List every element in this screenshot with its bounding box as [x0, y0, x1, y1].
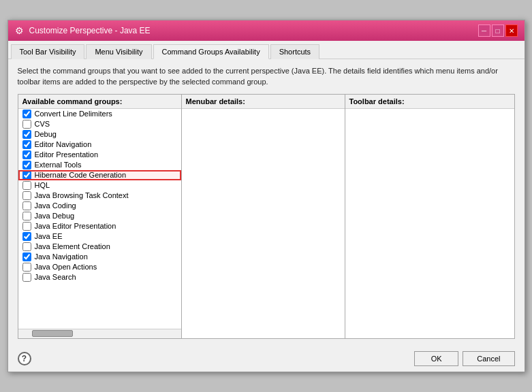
list-item[interactable]: Java Open Actions [18, 262, 181, 272]
tab-menu-visibility[interactable]: Menu Visibility [86, 44, 151, 59]
command-group-checkbox[interactable] [22, 150, 31, 159]
toolbar-details-body [345, 109, 514, 338]
command-group-label: Java Debug [35, 212, 75, 220]
right-panel-header: Toolbar details: [345, 95, 514, 109]
command-group-label: Java Navigation [35, 252, 88, 261]
tab-shortcuts[interactable]: Shortcuts [270, 44, 319, 59]
list-item[interactable]: HQL [18, 180, 181, 191]
help-button[interactable]: ? [18, 352, 31, 365]
command-group-label: Java Browsing Task Context [35, 191, 129, 199]
list-item[interactable]: Hibernate Code Generation [18, 170, 181, 180]
command-group-checkbox[interactable] [22, 201, 31, 210]
command-group-checkbox[interactable] [22, 252, 31, 261]
tab-command-groups[interactable]: Command Groups Availability [153, 44, 269, 59]
middle-panel: Menubar details: [182, 95, 345, 338]
command-group-checkbox[interactable] [22, 171, 31, 180]
command-group-label: External Tools [35, 161, 82, 169]
list-item[interactable]: Convert Line Delimiters [18, 109, 181, 119]
window-icon: ⚙ [15, 25, 24, 36]
command-group-label: HQL [35, 181, 50, 189]
maximize-button[interactable]: □ [492, 24, 504, 37]
list-item[interactable]: CVS [18, 119, 181, 129]
command-group-label: Java Coding [35, 201, 76, 210]
command-group-checkbox[interactable] [22, 181, 31, 190]
command-group-checkbox[interactable] [22, 232, 31, 241]
command-group-checkbox[interactable] [22, 222, 31, 231]
list-item[interactable]: Editor Navigation [18, 140, 181, 150]
command-group-checkbox[interactable] [22, 191, 31, 200]
command-group-checkbox[interactable] [22, 140, 31, 149]
description-text: Select the command groups that you want … [18, 66, 515, 87]
right-panel: Toolbar details: [345, 95, 514, 338]
list-item[interactable]: Java EE [18, 231, 181, 242]
list-item[interactable]: Java Browsing Task Context [18, 191, 181, 201]
list-item[interactable]: Java Element Creation [18, 242, 181, 252]
command-group-label: Java Search [35, 273, 76, 281]
tab-bar: Tool Bar Visibility Menu Visibility Comm… [8, 41, 525, 59]
command-group-checkbox[interactable] [22, 120, 31, 129]
ok-button[interactable]: OK [414, 351, 458, 366]
list-item[interactable]: Java Search [18, 272, 181, 282]
left-panel-header: Available command groups: [18, 95, 181, 109]
footer: ? OK Cancel [8, 346, 525, 372]
left-panel: Available command groups: Convert Line D… [18, 95, 182, 338]
command-group-checkbox[interactable] [22, 242, 31, 251]
command-group-checkbox[interactable] [22, 273, 31, 282]
middle-panel-header: Menubar details: [182, 95, 345, 109]
panels-container: Available command groups: Convert Line D… [18, 94, 515, 339]
command-group-checkbox[interactable] [22, 212, 31, 220]
command-group-label: Java EE [35, 232, 63, 240]
cancel-button[interactable]: Cancel [463, 351, 514, 366]
title-bar: ⚙ Customize Perspective - Java EE ─ □ ✕ [8, 20, 525, 41]
command-group-label: CVS [35, 120, 50, 128]
command-group-label: Java Open Actions [35, 263, 97, 271]
command-group-label: Convert Line Delimiters [35, 110, 112, 118]
horiz-scroll-thumb[interactable] [32, 330, 73, 337]
title-controls: ─ □ ✕ [478, 24, 518, 37]
list-item[interactable]: External Tools [18, 160, 181, 170]
command-group-label: Editor Navigation [35, 140, 92, 148]
list-item[interactable]: Java Coding [18, 201, 181, 211]
command-groups-list[interactable]: Convert Line DelimitersCVSDebugEditor Na… [18, 109, 181, 329]
list-item[interactable]: Java Debug [18, 211, 181, 221]
main-window: ⚙ Customize Perspective - Java EE ─ □ ✕ … [7, 20, 525, 372]
command-group-label: Editor Presentation [35, 150, 99, 159]
close-button[interactable]: ✕ [505, 24, 518, 37]
command-group-label: Java Element Creation [35, 242, 110, 250]
command-group-checkbox[interactable] [22, 130, 31, 139]
list-item[interactable]: Debug [18, 129, 181, 140]
command-group-label: Debug [35, 130, 57, 138]
command-group-label: Java Editor Presentation [35, 222, 116, 230]
footer-buttons: OK Cancel [414, 351, 514, 366]
horizontal-scrollbar[interactable] [18, 329, 181, 338]
command-group-checkbox[interactable] [22, 161, 31, 169]
window-title: Customize Perspective - Java EE [29, 26, 151, 35]
list-item[interactable]: Java Navigation [18, 252, 181, 262]
minimize-button[interactable]: ─ [478, 24, 490, 37]
command-group-label: Hibernate Code Generation [35, 171, 127, 179]
content-area: Select the command groups that you want … [8, 59, 525, 346]
tab-toolbar-visibility[interactable]: Tool Bar Visibility [11, 44, 85, 59]
command-group-checkbox[interactable] [22, 263, 31, 272]
menubar-details-body [182, 109, 345, 338]
list-item[interactable]: Java Editor Presentation [18, 221, 181, 231]
list-item[interactable]: Editor Presentation [18, 150, 181, 160]
command-group-checkbox[interactable] [22, 110, 31, 118]
